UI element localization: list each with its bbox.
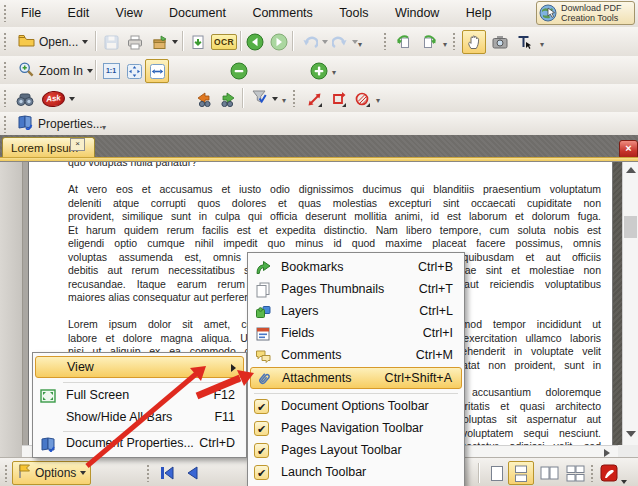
- single-page-layout-button[interactable]: [485, 461, 508, 485]
- ocr-button[interactable]: OCR: [210, 30, 238, 54]
- menu-item-full-screen[interactable]: Full Screen F12: [35, 385, 244, 407]
- facing-layout-button[interactable]: [536, 461, 562, 485]
- rotate-toolbar-grip[interactable]: [383, 32, 388, 50]
- tab-close-button[interactable]: ×: [70, 138, 85, 151]
- submenu-item-document-options-toolbar[interactable]: Document Options Toolbar: [250, 396, 462, 418]
- submenu-item-bookmarks[interactable]: Bookmarks Ctrl+B: [250, 257, 462, 279]
- select-text-button[interactable]: [512, 30, 536, 54]
- menu-comments[interactable]: Comments: [241, 0, 323, 26]
- continuous-layout-button[interactable]: [508, 461, 534, 485]
- document-options-toolbar-label: Document Options Toolbar: [281, 399, 429, 413]
- submenu-item-layers[interactable]: Layers Ctrl+L: [250, 301, 462, 323]
- menu-file[interactable]: File: [10, 0, 52, 26]
- open-in-acrobat-button[interactable]: [597, 461, 621, 485]
- checkbox-checked-icon: [254, 443, 269, 458]
- zoom-in-button[interactable]: Zoom In: [13, 59, 98, 83]
- navigation-pane-strip[interactable]: [0, 162, 23, 457]
- file-toolbar-overflow[interactable]: ▾: [358, 41, 362, 49]
- launch-toolbar-label: Launch Toolbar: [281, 465, 366, 479]
- zoom-toolbar-grip[interactable]: [3, 61, 8, 79]
- rotate-toolbar-overflow[interactable]: ▾: [443, 41, 447, 49]
- menu-document[interactable]: Document: [158, 0, 237, 26]
- menu-edit[interactable]: Edit: [57, 0, 101, 26]
- vertical-scrollbar[interactable]: [622, 162, 638, 445]
- page-text-line: deleniti atque corrupti quos dolores et …: [68, 197, 601, 211]
- menu-item-document-properties[interactable]: Document Properties... Ctrl+D: [35, 433, 244, 455]
- first-page-button[interactable]: [155, 461, 179, 485]
- pages-thumbnails-icon: [255, 282, 271, 298]
- print-button[interactable]: [123, 30, 147, 54]
- status-launch-grip[interactable]: [590, 464, 595, 482]
- menu-item-show-hide-bars[interactable]: Show/Hide All Bars F11: [35, 407, 244, 429]
- actual-size-button[interactable]: 1:1: [99, 59, 123, 83]
- open-button[interactable]: Open...: [13, 30, 93, 54]
- find-next-button[interactable]: [216, 87, 240, 111]
- save-button[interactable]: [99, 30, 123, 54]
- download-pdf-tools-button[interactable]: Download PDF Creation Tools: [536, 1, 635, 25]
- menubar-grip[interactable]: [3, 4, 8, 22]
- menu-tools[interactable]: Tools: [328, 0, 379, 26]
- save-icon: [104, 35, 119, 50]
- zoom-in-label: Zoom In: [39, 64, 83, 78]
- submenu-item-launch-toolbar[interactable]: Launch Toolbar: [250, 462, 462, 484]
- options-button[interactable]: Options: [12, 461, 91, 485]
- measure-toolbar-overflow[interactable]: ▾: [376, 97, 380, 105]
- launch-dropdown-arrow[interactable]: [621, 470, 627, 486]
- menu-view[interactable]: View: [105, 0, 154, 26]
- tools-toolbar-grip[interactable]: [452, 32, 457, 50]
- fit-width-icon: [149, 63, 166, 80]
- next-view-button[interactable]: [267, 30, 291, 54]
- zoom-toolbar-overflow[interactable]: ▾: [332, 69, 336, 77]
- submenu-item-comments[interactable]: Comments Ctrl+M: [250, 345, 462, 367]
- properties-toolbar-overflow[interactable]: ▾: [102, 124, 106, 132]
- open-dropdown-arrow: [82, 40, 88, 44]
- file-toolbar-grip[interactable]: [3, 32, 8, 50]
- scroll-right-arrow[interactable]: [604, 449, 610, 457]
- fit-page-button[interactable]: [122, 59, 146, 83]
- rotate-cw-button[interactable]: [416, 30, 440, 54]
- menu-window[interactable]: Window: [384, 0, 450, 26]
- hand-tool-button[interactable]: [462, 30, 486, 54]
- filter-funnel-icon: [251, 89, 268, 109]
- scan-import-button[interactable]: [186, 30, 210, 54]
- measure-distance-button[interactable]: [302, 87, 326, 111]
- facing-continuous-layout-button[interactable]: [562, 461, 589, 485]
- ask-search-button[interactable]: Ask: [37, 87, 80, 111]
- search-button[interactable]: [13, 87, 37, 111]
- status-nav-grip[interactable]: [146, 464, 151, 482]
- measure-area-button[interactable]: [350, 87, 374, 111]
- zoom-in-plus-button[interactable]: [307, 59, 331, 83]
- status-options-grip[interactable]: [4, 464, 9, 482]
- previous-page-button[interactable]: [180, 461, 204, 485]
- scroll-up-arrow[interactable]: [626, 167, 636, 173]
- properties-toolbar-grip[interactable]: [3, 115, 8, 133]
- properties-label: Properties...: [38, 117, 103, 131]
- scroll-down-arrow[interactable]: [626, 431, 636, 437]
- fit-width-button[interactable]: [145, 59, 169, 83]
- submenu-item-fields[interactable]: Fields Ctrl+I: [250, 323, 462, 345]
- submenu-item-attachments[interactable]: Attachments Ctrl+Shift+A: [250, 367, 462, 389]
- vertical-scroll-thumb[interactable]: [624, 216, 637, 238]
- previous-view-button[interactable]: [243, 30, 267, 54]
- submenu-item-pages-navigation-toolbar[interactable]: Pages Navigation Toolbar: [250, 418, 462, 440]
- export-button[interactable]: [147, 30, 183, 54]
- menu-help[interactable]: Help: [455, 0, 503, 26]
- open-label: Open...: [39, 35, 78, 49]
- rotate-ccw-button[interactable]: [392, 30, 416, 54]
- zoom-out-button[interactable]: [227, 59, 251, 83]
- camera-icon: [492, 35, 508, 49]
- filter-button[interactable]: [246, 87, 283, 111]
- measure-perimeter-button[interactable]: [326, 87, 350, 111]
- submenu-item-pages-layout-toolbar[interactable]: Pages Layout Toolbar: [250, 440, 462, 462]
- find-previous-button[interactable]: [192, 87, 216, 111]
- measure-toolbar-grip[interactable]: [292, 89, 297, 107]
- find-toolbar-grip[interactable]: [3, 89, 8, 107]
- options-dropdown-arrow: [80, 471, 86, 475]
- properties-toolbar: Properties... ▾: [0, 112, 638, 136]
- tools-toolbar-overflow[interactable]: ▾: [540, 41, 544, 49]
- submenu-item-pages-thumbnails[interactable]: Pages Thumbnails Ctrl+T: [250, 279, 462, 301]
- properties-button[interactable]: Properties...: [12, 113, 108, 135]
- snapshot-button[interactable]: [488, 30, 512, 54]
- find-toolbar-overflow[interactable]: ▾: [282, 97, 286, 105]
- menu-item-view[interactable]: View: [35, 356, 244, 378]
